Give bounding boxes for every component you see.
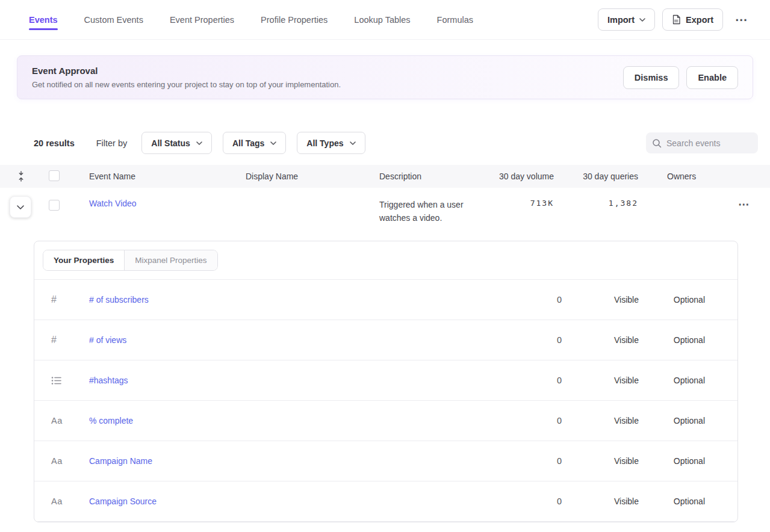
results-count: 20 results bbox=[17, 138, 75, 148]
property-visibility: Visible bbox=[562, 335, 639, 345]
tab-formulas[interactable]: Formulas bbox=[437, 15, 473, 25]
property-row: # # of subscribers 0 Visible Optional bbox=[34, 280, 737, 320]
column-30-day-volume: 30 day volume bbox=[476, 172, 554, 181]
property-name-link[interactable]: % complete bbox=[76, 416, 133, 425]
search-box bbox=[646, 132, 758, 153]
property-visibility: Visible bbox=[562, 376, 639, 385]
row-more-options-icon[interactable]: ⋯ bbox=[733, 198, 755, 211]
tab-mixpanel-properties[interactable]: Mixpanel Properties bbox=[124, 250, 217, 270]
tab-event-properties[interactable]: Event Properties bbox=[170, 15, 234, 25]
types-filter-label: All Types bbox=[306, 138, 343, 148]
export-csv-icon bbox=[672, 14, 681, 25]
property-row: # # of views 0 Visible Optional bbox=[34, 320, 737, 360]
property-value: 0 bbox=[518, 295, 562, 305]
banner-title: Event Approval bbox=[32, 66, 341, 76]
property-value: 0 bbox=[518, 416, 562, 425]
property-name-link[interactable]: Campaign Name bbox=[76, 456, 152, 466]
property-visibility: Visible bbox=[562, 456, 639, 466]
chevron-down-icon bbox=[350, 141, 356, 145]
chevron-down-icon bbox=[270, 141, 276, 145]
row-expander-button[interactable] bbox=[10, 196, 31, 218]
export-button-label: Export bbox=[686, 15, 713, 25]
column-event-name: Event Name bbox=[67, 172, 224, 181]
filter-toolbar: 20 results Filter by All Status All Tags… bbox=[0, 132, 770, 154]
property-visibility: Visible bbox=[562, 496, 639, 506]
property-requirement: Optional bbox=[639, 456, 705, 466]
column-30-day-queries: 30 day queries bbox=[554, 172, 638, 181]
tab-custom-events[interactable]: Custom Events bbox=[84, 15, 143, 25]
export-button[interactable]: Export bbox=[662, 8, 723, 31]
tab-lookup-tables[interactable]: Lookup Tables bbox=[354, 15, 410, 25]
property-requirement: Optional bbox=[639, 376, 705, 385]
tab-profile-properties[interactable]: Profile Properties bbox=[261, 15, 328, 25]
import-button-label: Import bbox=[607, 15, 635, 25]
chevron-down-icon bbox=[639, 18, 645, 22]
event-table-row: Watch Video Triggered when a user watche… bbox=[0, 188, 770, 232]
property-row: Aa Campaign Name 0 Visible Optional bbox=[34, 441, 737, 481]
nav-more-options-icon[interactable]: ⋯ bbox=[730, 13, 753, 26]
property-row: Aa % complete 0 Visible Optional bbox=[34, 401, 737, 441]
banner-actions: Dismiss Enable bbox=[623, 66, 738, 89]
text-icon: Aa bbox=[34, 456, 76, 466]
tags-filter-label: All Tags bbox=[232, 138, 264, 148]
property-visibility: Visible bbox=[562, 416, 639, 425]
property-value: 0 bbox=[518, 335, 562, 345]
types-filter-dropdown[interactable]: All Types bbox=[297, 132, 365, 154]
tab-events[interactable]: Events bbox=[29, 15, 58, 25]
event-properties-panel: Your Properties Mixpanel Properties # # … bbox=[34, 241, 738, 522]
enable-button[interactable]: Enable bbox=[686, 66, 738, 89]
number-icon: # bbox=[34, 294, 76, 305]
banner-subtitle: Get notified on all new events entering … bbox=[32, 80, 341, 89]
property-name-link[interactable]: Campaign Source bbox=[76, 496, 157, 506]
column-display-name: Display Name bbox=[224, 172, 359, 181]
event-30-day-queries: 1,382 bbox=[554, 199, 638, 208]
chevron-down-icon bbox=[196, 141, 202, 145]
property-name-link[interactable]: # of subscribers bbox=[76, 295, 149, 305]
event-description: Triggered when a user watches a video. bbox=[359, 199, 476, 224]
tab-your-properties[interactable]: Your Properties bbox=[43, 250, 124, 270]
dismiss-button[interactable]: Dismiss bbox=[623, 66, 680, 89]
property-name-link[interactable]: #hashtags bbox=[76, 376, 128, 385]
event-name-link[interactable]: Watch Video bbox=[89, 199, 137, 208]
nav-tabs: Events Custom Events Event Properties Pr… bbox=[17, 15, 473, 25]
search-input[interactable] bbox=[666, 138, 752, 148]
property-row: #hashtags 0 Visible Optional bbox=[34, 360, 737, 401]
text-icon: Aa bbox=[34, 496, 76, 506]
row-checkbox[interactable] bbox=[49, 200, 60, 211]
property-name-link[interactable]: # of views bbox=[76, 335, 126, 345]
collapse-all-icon[interactable] bbox=[0, 171, 34, 182]
property-requirement: Optional bbox=[639, 295, 705, 305]
event-30-day-volume: 713K bbox=[476, 199, 554, 208]
select-all-checkbox[interactable] bbox=[49, 170, 60, 181]
banner-text: Event Approval Get notified on all new e… bbox=[32, 66, 341, 89]
property-row: Aa Campaign Source 0 Visible Optional bbox=[34, 481, 737, 522]
import-button[interactable]: Import bbox=[598, 8, 655, 31]
top-navigation: Events Custom Events Event Properties Pr… bbox=[0, 0, 770, 40]
chevron-down-icon bbox=[17, 205, 24, 209]
status-filter-dropdown[interactable]: All Status bbox=[141, 132, 212, 154]
property-value: 0 bbox=[518, 496, 562, 506]
search-icon bbox=[652, 138, 662, 148]
nav-actions: Import Export ⋯ bbox=[598, 8, 753, 31]
events-table-header: Event Name Display Name Description 30 d… bbox=[0, 165, 770, 188]
column-owners: Owners bbox=[638, 172, 716, 181]
status-filter-label: All Status bbox=[151, 138, 190, 148]
event-approval-banner: Event Approval Get notified on all new e… bbox=[17, 55, 753, 99]
properties-tabs: Your Properties Mixpanel Properties bbox=[34, 241, 737, 280]
property-requirement: Optional bbox=[639, 335, 705, 345]
text-icon: Aa bbox=[34, 416, 76, 425]
property-value: 0 bbox=[518, 456, 562, 466]
filter-by-label: Filter by bbox=[96, 138, 128, 148]
tags-filter-dropdown[interactable]: All Tags bbox=[223, 132, 286, 154]
property-requirement: Optional bbox=[639, 416, 705, 425]
property-visibility: Visible bbox=[562, 295, 639, 305]
list-icon bbox=[34, 376, 76, 385]
column-description: Description bbox=[359, 172, 476, 181]
property-value: 0 bbox=[518, 376, 562, 385]
number-icon: # bbox=[34, 335, 76, 345]
property-requirement: Optional bbox=[639, 496, 705, 506]
